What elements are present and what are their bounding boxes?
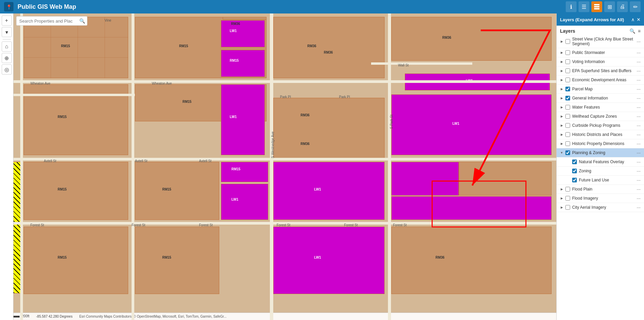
layer-expand-icon[interactable]: ▶ — [559, 59, 564, 64]
layers-search-button[interactable]: 🔍 — [629, 28, 635, 34]
layer-expand-icon[interactable]: ▶ — [559, 141, 564, 146]
layer-item-water-features[interactable]: ▶Water Features··· — [557, 103, 644, 112]
layer-checkbox-flood-plain[interactable] — [565, 187, 570, 192]
layer-options-future-land[interactable]: ··· — [636, 177, 641, 183]
layer-options-natural-features[interactable]: ··· — [636, 159, 641, 165]
layer-expand-icon[interactable]: ▶ — [559, 68, 564, 73]
layer-checkbox-planning-zoning[interactable] — [565, 150, 570, 155]
layer-item-epa-superfund[interactable]: ▶EPA Superfund Sites and Buffers··· — [557, 66, 644, 76]
layer-options-wellhead[interactable]: ··· — [636, 114, 641, 119]
layer-checkbox-epa-superfund[interactable] — [565, 68, 570, 73]
layer-item-public-stormwater[interactable]: ▶Public Stormwater··· — [557, 48, 644, 57]
layer-options-water-features[interactable]: ··· — [636, 105, 641, 110]
layer-item-future-land[interactable]: ▶Future Land Use··· — [557, 176, 644, 185]
info-button[interactable]: ℹ — [566, 1, 577, 12]
layer-checkbox-zoning[interactable] — [572, 169, 577, 173]
zoom-extent-button[interactable]: ⊕ — [2, 53, 12, 63]
layer-options-curbside[interactable]: ··· — [636, 123, 641, 128]
layer-options-historic-property[interactable]: ··· — [636, 141, 641, 146]
layer-checkbox-city-aerial[interactable] — [565, 205, 570, 210]
panel-collapse-button[interactable]: ∧ — [631, 17, 635, 22]
layer-checkbox-natural-features[interactable] — [572, 159, 577, 164]
layer-item-wellhead[interactable]: ▶Wellhead Capture Zones··· — [557, 112, 644, 121]
layer-checkbox-flood-imagery[interactable] — [565, 196, 570, 201]
layer-options-economic-dev[interactable]: ··· — [636, 77, 641, 83]
layer-expand-icon[interactable]: ▶ — [559, 114, 564, 119]
layers-list: ▶Street View (Click Any Blue Street Segm… — [557, 35, 644, 320]
layer-options-zoning[interactable]: ··· — [636, 168, 641, 174]
layer-item-zoning[interactable]: ▶Zoning··· — [557, 167, 644, 176]
layers-filter-button[interactable]: ≡ — [638, 28, 641, 34]
layer-options-general-info[interactable]: ··· — [636, 95, 641, 101]
layer-options-public-stormwater[interactable]: ··· — [636, 50, 641, 55]
layer-checkbox-street-view[interactable] — [565, 39, 570, 44]
list-button[interactable]: ☰ — [579, 1, 589, 12]
layer-item-voting-info[interactable]: ▶Voting Information··· — [557, 57, 644, 66]
layer-item-historic-districts[interactable]: ▶Historic Districts and Places··· — [557, 130, 644, 139]
search-button[interactable]: 🔍 — [77, 18, 87, 24]
parcel-subdivisions — [24, 17, 128, 78]
layer-options-historic-districts[interactable]: ··· — [636, 132, 641, 137]
search-input[interactable] — [17, 19, 77, 24]
layer-item-street-view[interactable]: ▶Street View (Click Any Blue Street Segm… — [557, 35, 644, 48]
layer-checkbox-historic-districts[interactable] — [565, 132, 570, 137]
layer-item-city-aerial[interactable]: ▶City Aerial Imagery··· — [557, 203, 644, 212]
layer-expand-icon[interactable]: ▶ — [559, 50, 564, 55]
layer-options-voting-info[interactable]: ··· — [636, 59, 641, 64]
layer-name-natural-features: Natural Features Overlay — [579, 159, 636, 164]
layer-item-natural-features[interactable]: ▶Natural Features Overlay··· — [557, 157, 644, 167]
layer-checkbox-voting-info[interactable] — [565, 59, 570, 64]
layer-options-flood-imagery[interactable]: ··· — [636, 196, 641, 201]
grid-button[interactable]: ⊞ — [604, 1, 615, 12]
layer-checkbox-economic-dev[interactable] — [565, 78, 570, 82]
layer-checkbox-historic-property[interactable] — [565, 141, 570, 146]
layer-options-parcel-map[interactable]: ··· — [636, 86, 641, 92]
location-button[interactable]: ◎ — [2, 64, 12, 75]
home-button[interactable]: ⌂ — [2, 41, 12, 52]
layer-options-flood-plain[interactable]: ··· — [636, 186, 641, 192]
layer-expand-icon[interactable]: ▶ — [559, 196, 564, 201]
layer-item-economic-dev[interactable]: ▶Economic Development Areas··· — [557, 76, 644, 85]
layer-item-parcel-map[interactable]: ▶Parcel Map··· — [557, 85, 644, 94]
layer-checkbox-future-land[interactable] — [572, 178, 577, 182]
edit-button[interactable]: ✏ — [630, 1, 641, 12]
layer-name-flood-plain: Flood Plain — [572, 187, 636, 192]
layers-button[interactable] — [591, 1, 602, 12]
layer-expand-icon[interactable]: ▶ — [559, 78, 564, 82]
layer-expand-icon[interactable]: ▼ — [559, 150, 564, 155]
layer-checkbox-public-stormwater[interactable] — [565, 50, 570, 55]
layer-item-flood-plain[interactable]: ▶Flood Plain··· — [557, 185, 644, 194]
layer-expand-icon[interactable]: ▶ — [559, 87, 564, 91]
panel-close-button[interactable]: ✕ — [637, 17, 641, 22]
layer-checkbox-general-info[interactable] — [565, 96, 570, 100]
zoom-in-button[interactable]: + — [2, 16, 12, 26]
layer-item-planning-zoning[interactable]: ▼Planning & Zoning··· — [557, 148, 644, 157]
layer-item-historic-property[interactable]: ▶Historic Property Dimensions··· — [557, 139, 644, 148]
layer-expand-icon[interactable]: ▶ — [559, 105, 564, 110]
layer-checkbox-water-features[interactable] — [565, 105, 570, 110]
layer-options-street-view[interactable]: ··· — [636, 39, 641, 44]
layer-options-city-aerial[interactable]: ··· — [636, 205, 641, 210]
layer-expand-icon[interactable]: ▶ — [559, 205, 564, 210]
layer-item-curbside[interactable]: ▶Curbside Pickup Programs··· — [557, 121, 644, 130]
layer-expand-icon[interactable]: ▶ — [559, 187, 564, 192]
layer-options-epa-superfund[interactable]: ··· — [636, 68, 641, 74]
layer-expand-icon[interactable]: ▶ — [559, 39, 564, 44]
layer-name-zoning: Zoning — [579, 169, 636, 173]
wall-st-road — [371, 62, 472, 65]
layer-checkbox-curbside[interactable] — [565, 123, 570, 128]
print-button[interactable]: 🖨 — [617, 1, 628, 12]
map-parcel — [459, 162, 552, 196]
layer-expand-icon[interactable]: ▶ — [559, 96, 564, 100]
layer-checkbox-wellhead[interactable] — [565, 114, 570, 119]
layer-expand-icon[interactable]: ▶ — [559, 132, 564, 137]
zoom-dropdown-button[interactable]: ▾ — [2, 27, 12, 37]
layer-checkbox-parcel-map[interactable] — [565, 87, 570, 91]
parcel-label: RM15 — [162, 187, 171, 191]
map-canvas[interactable]: RM15 RM15 LW1 RM15 RM36 RM36 LW1 RM15 — [0, 13, 556, 320]
parcel-label: LW1 — [314, 187, 321, 191]
layer-item-flood-imagery[interactable]: ▶Flood Imagery··· — [557, 194, 644, 203]
layer-item-general-info[interactable]: ▶General Information··· — [557, 94, 644, 103]
layer-options-planning-zoning[interactable]: ··· — [636, 150, 641, 155]
layer-expand-icon[interactable]: ▶ — [559, 123, 564, 128]
